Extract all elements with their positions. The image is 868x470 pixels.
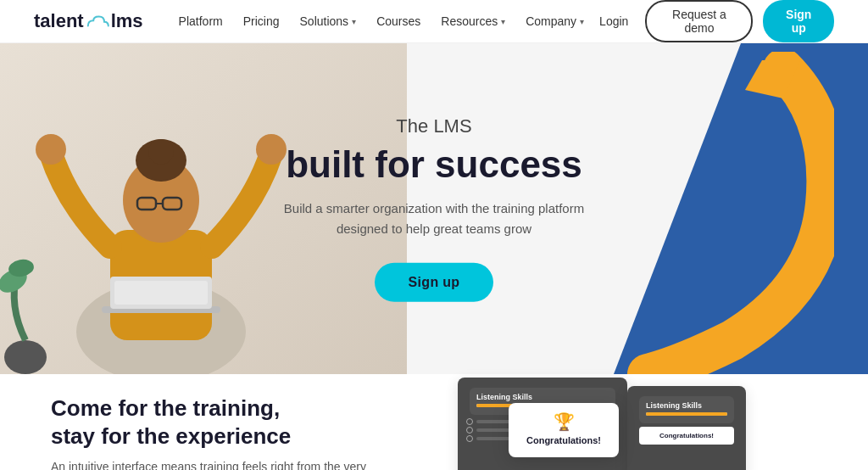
chevron-down-icon: ▾ [580,17,584,26]
mock-small-title: Listening Skills [646,401,727,410]
nav-item-platform[interactable]: Platform [170,0,231,43]
mock-congrats-card: 🏆 Congratulations! [509,403,619,457]
mock-radio-1 [466,418,473,425]
mock-congrats-title: Congratulations! [517,435,610,445]
nav-actions: Login Request a demo Sign up [593,0,834,42]
chevron-down-icon: ▾ [352,17,356,26]
nav-item-resources[interactable]: Resources ▾ [432,0,514,43]
svg-point-4 [148,139,174,165]
hero-content: The LMS built for success Build a smarte… [256,115,612,302]
mock-small-congrats-text: Congratulations! [644,432,729,439]
hero-arrow-decoration [614,52,834,374]
mock-small-fill [646,412,727,416]
logo-lms-text: lms [111,10,143,32]
hero-title: built for success [256,144,612,185]
svg-point-8 [36,134,66,165]
nav-item-solutions[interactable]: Solutions ▾ [292,0,365,43]
logo-talent-text: talent [34,10,84,32]
svg-point-13 [4,340,47,374]
bottom-title: Come for the training,stay for the exper… [51,394,407,450]
nav-item-courses[interactable]: Courses [368,0,429,43]
svg-rect-12 [114,281,208,305]
signup-nav-button[interactable]: Sign up [763,0,834,42]
mock-radio-3 [466,435,473,442]
logo[interactable]: talent lms [34,10,143,32]
mock-small-listening: Listening Skills [639,396,734,423]
mock-card-small: Listening Skills Congratulations! [627,386,746,470]
nav-item-company[interactable]: Company ▾ [517,0,593,43]
hero-signup-button[interactable]: Sign up [375,263,494,302]
bottom-left-content: Come for the training,stay for the exper… [51,394,407,470]
hero-subtitle: The LMS [256,115,612,137]
navbar: talent lms Platform Pricing Solutions ▾ … [0,0,868,43]
bottom-description: An intuitive interface means training fe… [51,458,407,470]
nav-links: Platform Pricing Solutions ▾ Courses Res… [170,0,593,43]
logo-cloud-icon [84,14,111,29]
bottom-right-content: Listening Skills [458,394,817,470]
login-button[interactable]: Login [593,14,635,28]
hero-description: Build a smarter organization with the tr… [256,199,612,239]
request-demo-button[interactable]: Request a demo [645,0,753,42]
nav-item-pricing[interactable]: Pricing [235,0,288,43]
mock-small-congrats: Congratulations! [639,427,734,445]
hero-section: The LMS built for success Build a smarte… [0,43,868,374]
chevron-down-icon: ▾ [501,17,505,26]
mock-small-progress [646,412,727,416]
bottom-section: Come for the training,stay for the exper… [0,374,868,470]
trophy-icon: 🏆 [517,411,610,432]
mock-listening-title: Listening Skills [476,393,609,401]
mock-radio-2 [466,427,473,434]
